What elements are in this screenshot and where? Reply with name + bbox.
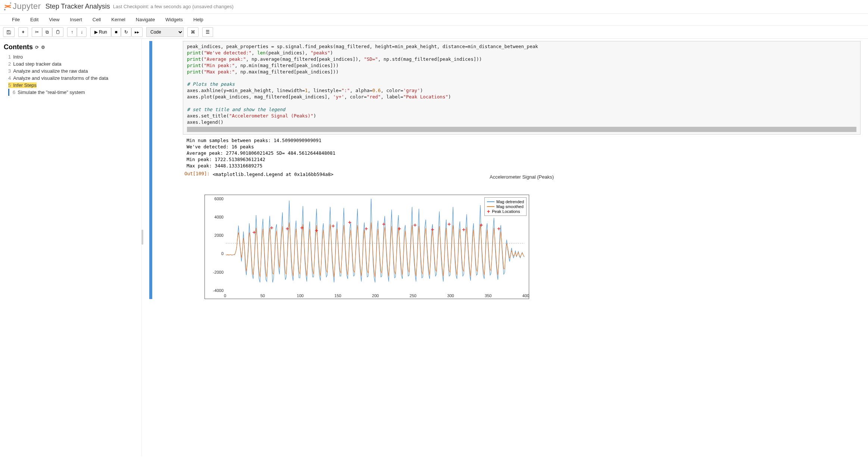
y-tick: -2000 [207, 270, 224, 274]
stdout-output: Min num samples between peaks: 14.509090… [183, 135, 861, 170]
chart: Mag detrended Mag smoothed +Peak Locatio… [204, 195, 529, 299]
x-tick: 300 [447, 293, 454, 298]
toc-toggle-button[interactable]: ☰ [202, 27, 213, 37]
notebook-title[interactable]: Step Tracker Analysis [46, 3, 110, 10]
code-editor[interactable]: peak_indices, peak_properties = sp.signa… [183, 41, 861, 135]
chart-legend: Mag detrended Mag smoothed +Peak Locatio… [484, 197, 527, 216]
cell-type-select[interactable]: Code [146, 27, 184, 37]
copy-button[interactable]: ⧉ [42, 27, 52, 37]
main: Contents ⟳ ⚙ 1Intro2Load step tracker da… [0, 39, 868, 456]
x-tick: 150 [334, 293, 341, 298]
run-button[interactable]: ▶Run [90, 27, 111, 37]
toc-item[interactable]: 2Load step tracker data [4, 60, 138, 67]
checkpoint-text: Last Checkpoint: a few seconds ago (unsa… [113, 4, 234, 9]
interrupt-button[interactable]: ■ [111, 27, 121, 37]
svg-point-1 [4, 9, 6, 10]
toc-item[interactable]: 5Infer Steps [4, 82, 138, 89]
menu-help[interactable]: Help [188, 14, 209, 25]
menu-navigate[interactable]: Navigate [131, 14, 160, 25]
y-tick: 6000 [207, 197, 224, 201]
x-tick: 200 [372, 293, 379, 298]
paste-button[interactable]: 📋︎ [52, 27, 63, 37]
code-cell[interactable]: peak_indices, peak_properties = sp.signa… [149, 41, 861, 299]
menu-kernel[interactable]: Kernel [106, 14, 131, 25]
cut-button[interactable]: ✂ [32, 27, 42, 37]
notebook-area[interactable]: peak_indices, peak_properties = sp.signa… [142, 39, 868, 456]
menubar: FileEditViewInsertCellKernelNavigateWidg… [0, 14, 868, 26]
x-tick: 0 [224, 293, 226, 298]
logo-text: Jupyter [13, 1, 41, 11]
x-tick: 250 [410, 293, 416, 298]
insert-cell-button[interactable]: + [18, 27, 28, 37]
save-button[interactable] [3, 27, 15, 37]
restart-run-all-button[interactable]: ▸▸ [131, 27, 143, 37]
refresh-icon[interactable]: ⟳ [35, 45, 39, 50]
move-up-button[interactable]: ↑ [67, 27, 77, 37]
x-tick: 50 [260, 293, 265, 298]
menu-view[interactable]: View [44, 14, 65, 25]
restart-button[interactable]: ↻ [121, 27, 131, 37]
toc-title: Contents ⟳ ⚙ [4, 43, 138, 51]
chart-title: Accelerometer Signal (Peaks) [183, 174, 861, 180]
menu-edit[interactable]: Edit [25, 14, 44, 25]
toolbar: + ✂ ⧉ 📋︎ ↑ ↓ ▶Run ■ ↻ ▸▸ Code ⌘ ☰ [0, 26, 868, 39]
y-tick: 2000 [207, 233, 224, 238]
cell-selection-bar [149, 41, 152, 299]
toc-item[interactable]: 4Analyze and visualize transforms of the… [4, 75, 138, 82]
menu-file[interactable]: File [7, 14, 25, 25]
y-tick: 0 [207, 251, 224, 256]
menu-widgets[interactable]: Widgets [160, 14, 188, 25]
jupyter-logo: Jupyter [3, 1, 41, 11]
x-tick: 100 [297, 293, 303, 298]
x-tick: 400 [522, 293, 529, 298]
toc-sidebar: Contents ⟳ ⚙ 1Intro2Load step tracker da… [0, 39, 142, 456]
y-tick: -4000 [207, 288, 224, 293]
input-prompt [153, 41, 183, 299]
command-palette-button[interactable]: ⌘ [187, 27, 199, 37]
jupyter-icon [3, 1, 13, 11]
menu-insert[interactable]: Insert [65, 14, 87, 25]
y-tick: 4000 [207, 215, 224, 219]
move-down-button[interactable]: ↓ [77, 27, 87, 37]
toc-item[interactable]: 6Simulate the "real-time" system [8, 89, 138, 96]
plot-svg [225, 199, 525, 290]
svg-point-0 [10, 2, 11, 3]
menu-cell[interactable]: Cell [87, 14, 106, 25]
toc-item[interactable]: 1Intro [4, 53, 138, 60]
x-tick: 350 [485, 293, 491, 298]
horizontal-scrollbar[interactable] [187, 127, 856, 132]
toc-item[interactable]: 3Analyze and visualize the raw data [4, 67, 138, 75]
header: Jupyter Step Tracker Analysis Last Check… [0, 0, 868, 14]
gear-icon[interactable]: ⚙ [41, 45, 45, 50]
